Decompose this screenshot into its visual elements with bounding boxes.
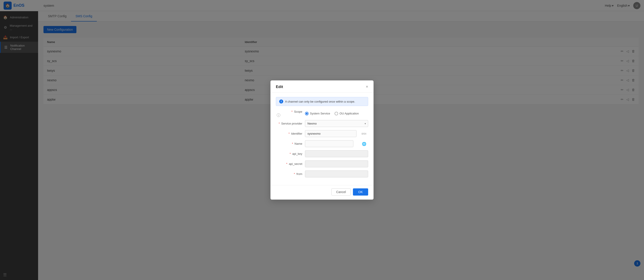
name-input[interactable] (305, 140, 353, 147)
ok-button[interactable]: OK (353, 188, 368, 196)
identifier-row: * Identifier 8/64 (276, 130, 368, 137)
from-input[interactable] (305, 170, 368, 178)
scope-label: * Scope i (276, 110, 305, 117)
modal-overlay: Edit × i A channel can only be configure… (0, 0, 644, 280)
radio-circle-ou-application (334, 112, 338, 115)
info-message: A channel can only be configured once wi… (285, 100, 355, 103)
radio-system-service[interactable]: System Service (305, 112, 330, 115)
name-input-wrapper: 🌐 (305, 140, 368, 147)
service-provider-label: * Service provider (276, 122, 305, 125)
identifier-count: 8/64 (362, 132, 366, 135)
modal-footer: Cancel OK (270, 185, 374, 200)
api-key-label: * api_key (276, 152, 305, 156)
scope-radio-group: System Service OU Application (305, 112, 368, 115)
name-row: * Name 🌐 (276, 140, 368, 147)
scope-row: * Scope i System Service OU Application (276, 110, 368, 117)
modal-header: Edit × (270, 80, 374, 92)
edit-modal: Edit × i A channel can only be configure… (270, 80, 374, 200)
name-label: * Name (276, 142, 305, 146)
cancel-button[interactable]: Cancel (332, 188, 351, 196)
identifier-label: * Identifier (276, 132, 305, 135)
radio-ou-application[interactable]: OU Application (334, 112, 359, 115)
radio-circle-system-service (305, 112, 308, 115)
identifier-input-wrapper: 8/64 (305, 130, 368, 137)
api-key-input[interactable] (305, 150, 368, 157)
modal-close-button[interactable]: × (366, 84, 368, 89)
modal-body: i A channel can only be configured once … (270, 92, 374, 185)
api-secret-label: * api_secret (276, 162, 305, 166)
api-secret-input[interactable] (305, 160, 368, 167)
identifier-input[interactable] (305, 130, 356, 137)
from-label: * from (276, 172, 305, 176)
info-box: i A channel can only be configured once … (276, 97, 368, 106)
scope-info-icon[interactable]: i (277, 113, 280, 117)
service-provider-row: * Service provider NexmoTwilioOther ▾ (276, 120, 368, 127)
from-row: * from (276, 170, 368, 178)
service-provider-select[interactable]: NexmoTwilioOther (305, 120, 368, 127)
modal-title: Edit (276, 85, 283, 89)
api-secret-row: * api_secret (276, 160, 368, 167)
api-key-row: * api_key (276, 150, 368, 157)
info-icon: i (279, 100, 283, 104)
globe-icon: 🌐 (362, 142, 366, 146)
service-provider-select-wrapper: NexmoTwilioOther ▾ (305, 120, 368, 127)
